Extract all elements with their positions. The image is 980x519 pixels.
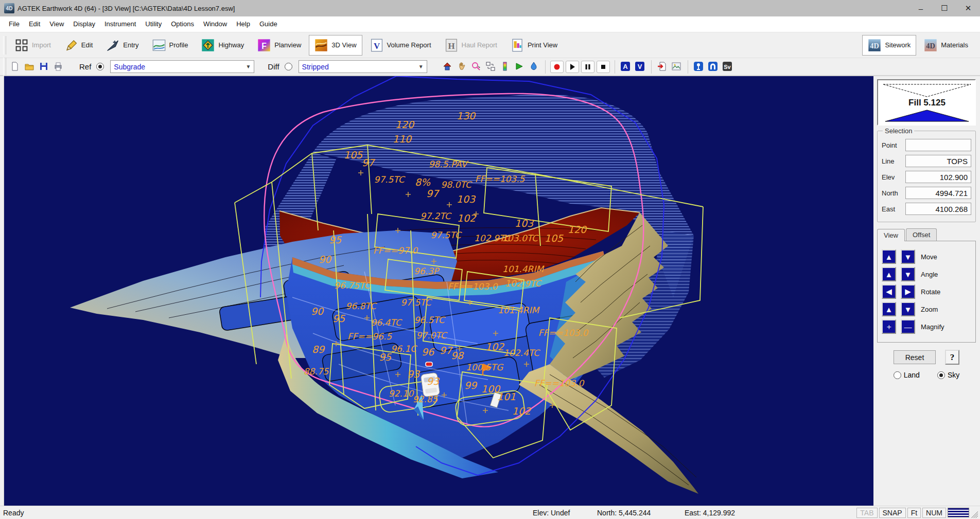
mode-tab-materials[interactable]: 4DMaterials [918, 35, 974, 56]
toolbar-button-planview[interactable]: FPlanview [252, 35, 307, 56]
open-folder-icon[interactable] [24, 61, 36, 73]
color-scale-icon[interactable] [500, 61, 511, 73]
magnify-minus-button[interactable]: — [901, 319, 915, 334]
menu-item-help[interactable]: Help [232, 16, 255, 32]
tab-offset[interactable]: Offset [906, 228, 937, 241]
angle-up-button[interactable]: ▲ [882, 267, 896, 281]
stop-icon[interactable] [597, 61, 610, 73]
toolbar-button-profile[interactable]: Profile [147, 35, 194, 56]
diff-radio[interactable] [285, 63, 292, 70]
cut-fill-indicator: Fill 5.125 [877, 79, 976, 126]
status-panel-snap[interactable]: SNAP [879, 508, 906, 518]
status-panel-ft[interactable]: Ft [907, 508, 921, 518]
help-button[interactable]: ? [945, 350, 959, 365]
down-arrow-icon: ▼ [904, 305, 912, 314]
selection-value-elev[interactable]: 102.900 [905, 171, 971, 183]
toolbar-button-label: Entry [123, 41, 138, 49]
menu-item-edit[interactable]: Edit [24, 16, 45, 32]
control-row-rotate: ◀▶Rotate [882, 284, 971, 299]
selection-value-line[interactable]: TOPS [905, 155, 971, 167]
elevation-label: 97.5TC [374, 174, 405, 185]
svg-text:4D: 4D [926, 41, 935, 49]
exchange-grid-icon[interactable] [485, 61, 497, 73]
ref-radio[interactable] [96, 63, 104, 70]
selection-title: Selection [883, 127, 914, 135]
elevation-label: 97.5TC [430, 230, 462, 240]
play-icon[interactable] [566, 61, 579, 73]
chevron-down-icon: ▼ [418, 64, 424, 69]
status-panel-num[interactable]: NUM [922, 508, 946, 518]
water-drop-icon[interactable] [529, 61, 540, 73]
control-row-magnify: ＋—Magnify [882, 319, 971, 334]
menu-item-utility[interactable]: Utility [141, 16, 166, 32]
control-row-zoom: ▲▼Zoom [882, 302, 971, 316]
radio-land[interactable]: Land [894, 371, 920, 379]
pause-icon[interactable] [581, 61, 594, 73]
zoom-up-button[interactable]: ▲ [882, 302, 896, 316]
print-icon[interactable] [53, 61, 64, 73]
elevation-label: 102 [512, 405, 532, 417]
resize-grip[interactable] [971, 508, 978, 518]
label-v-icon[interactable]: V [635, 61, 646, 73]
record-icon[interactable] [550, 61, 564, 73]
radio-sky[interactable]: Sky [937, 371, 959, 379]
menu-item-file[interactable]: File [4, 16, 24, 32]
mode-tab-sitework[interactable]: 4DSitework [862, 35, 916, 56]
control-label: Magnify [921, 323, 944, 331]
save-icon[interactable] [39, 61, 50, 73]
reset-button[interactable]: Reset [894, 350, 936, 364]
export-page-icon[interactable] [657, 61, 668, 73]
svg-text:4D: 4D [870, 41, 879, 49]
fill-value-label: Fill 5.125 [908, 98, 946, 108]
snapshot-image-icon[interactable] [671, 61, 682, 73]
viewport-3d[interactable]: 1301201101059798.5.PAV97.5TC8%98.0TCFF==… [4, 76, 873, 506]
sv-toggle-icon[interactable]: Sv [722, 61, 733, 73]
pan-hand-icon[interactable] [457, 61, 468, 73]
move-down-button[interactable]: ▼ [901, 249, 915, 264]
svg-text:Sv: Sv [724, 63, 731, 69]
arch-magnet-icon[interactable] [708, 61, 719, 73]
toolbar-button-volume-report[interactable]: VVolume Report [364, 35, 437, 56]
rotate-right-button[interactable]: ▶ [901, 284, 915, 299]
maximize-button[interactable]: ☐ [933, 0, 956, 16]
magnify-plus-button[interactable]: ＋ [882, 319, 896, 334]
svg-text:A: A [623, 63, 628, 70]
menu-item-view[interactable]: View [45, 16, 68, 32]
run-green-icon[interactable] [514, 61, 526, 73]
down-arrow-icon: ▼ [904, 270, 912, 279]
elevation-label: 101.4RIM [498, 305, 540, 315]
toolbar-button-3d-view[interactable]: 3D View [309, 35, 362, 56]
label-a-icon[interactable]: A [620, 61, 632, 73]
highway-icon [201, 39, 215, 52]
toolbar-button-edit[interactable]: Edit [59, 35, 98, 56]
menu-item-guide[interactable]: Guide [255, 16, 282, 32]
tab-view[interactable]: View [877, 229, 905, 241]
rotate-left-button[interactable]: ◀ [882, 284, 896, 299]
selection-value-north[interactable]: 4994.721 [905, 187, 971, 199]
toolbar-button-entry[interactable]: Entry [100, 35, 144, 56]
toolbar-button-highway[interactable]: Highway [196, 35, 250, 56]
selection-value-east[interactable]: 4100.268 [905, 203, 971, 215]
control-label: Rotate [921, 288, 940, 296]
menu-item-display[interactable]: Display [68, 16, 100, 32]
difference-surface-dropdown[interactable]: Stripped▼ [299, 60, 427, 73]
zoom-select-icon[interactable] [471, 61, 482, 73]
angle-down-button[interactable]: ▼ [901, 267, 915, 281]
new-file-icon[interactable] [10, 61, 21, 73]
home-icon[interactable] [442, 61, 453, 73]
menu-item-instrument[interactable]: Instrument [100, 16, 141, 32]
reference-surface-dropdown[interactable]: Subgrade▼ [110, 60, 254, 73]
menu-item-options[interactable]: Options [166, 16, 199, 32]
zoom-down-button[interactable]: ▼ [901, 302, 915, 316]
menu-item-window[interactable]: Window [199, 16, 232, 32]
move-up-button[interactable]: ▲ [882, 249, 896, 264]
radio-circle [937, 371, 945, 379]
main-toolbar: ImportEditEntryProfileHighwayFPlanview3D… [0, 32, 980, 58]
selection-label: Point [882, 141, 905, 149]
close-button[interactable]: ✕ [956, 0, 980, 16]
survey-instrument-icon[interactable] [693, 61, 705, 73]
minimize-button[interactable]: – [909, 0, 933, 16]
elevation-label: 96.5TC [414, 315, 445, 325]
selection-value-point[interactable] [905, 139, 971, 151]
toolbar-button-print-view[interactable]: Print View [505, 35, 563, 56]
